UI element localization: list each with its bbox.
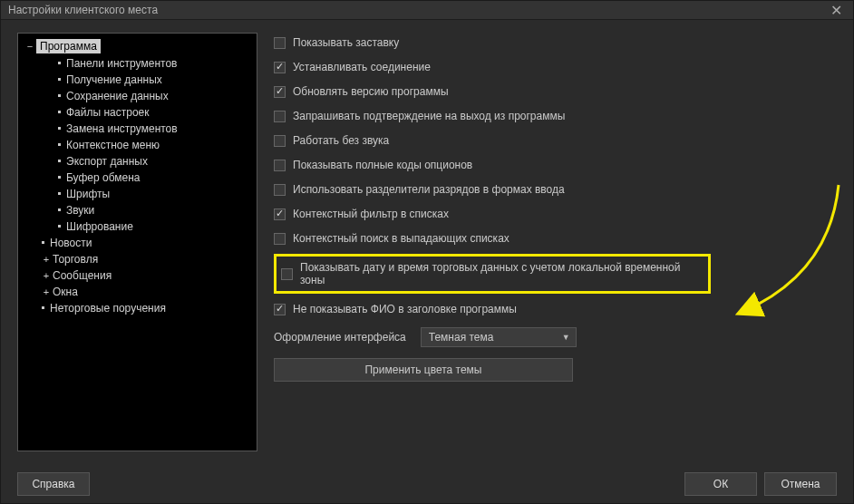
option-label: Обновлять версию программы xyxy=(293,85,449,98)
tree-label: Сохранение данных xyxy=(66,90,169,102)
checkbox[interactable] xyxy=(274,208,286,220)
ok-button[interactable]: ОК xyxy=(684,472,757,496)
checkbox[interactable] xyxy=(274,184,286,196)
button-label: ОК xyxy=(713,478,728,490)
tree-node[interactable]: Контекстное меню xyxy=(20,137,255,153)
bullet-icon xyxy=(58,78,61,81)
bullet-icon xyxy=(58,111,61,113)
apply-theme-button[interactable]: Применить цвета темы xyxy=(274,358,573,382)
settings-dialog: Настройки клиентского места ✕ − Программ… xyxy=(0,0,854,504)
theme-dropdown[interactable]: Темная тема ▼ xyxy=(421,327,577,347)
option-label: Работать без звука xyxy=(293,134,389,147)
button-label: Справка xyxy=(32,478,74,490)
option-row[interactable]: Показывать полные коды опционов xyxy=(274,159,840,171)
checkbox[interactable] xyxy=(274,304,286,315)
help-button[interactable]: Справка xyxy=(17,472,90,496)
tree-label: Шифрование xyxy=(66,220,133,233)
option-label: Контекстный поиск в выпадающих списках xyxy=(293,232,509,245)
tree-node[interactable]: Шрифты xyxy=(20,186,255,202)
checkbox[interactable] xyxy=(274,62,286,73)
plus-icon[interactable]: + xyxy=(42,254,51,265)
tree-label: Шрифты xyxy=(66,188,110,200)
tree-label: Новости xyxy=(50,237,92,249)
checkbox[interactable] xyxy=(274,111,286,122)
tree-node[interactable]: Неторговые поручения xyxy=(20,300,255,316)
option-row[interactable]: Работать без звука xyxy=(274,134,840,147)
theme-label: Оформление интерфейса xyxy=(274,331,406,344)
option-label: Показывать заставку xyxy=(293,36,399,49)
tree-label: Неторговые поручения xyxy=(50,302,166,315)
option-row[interactable]: Устанавливать соединение xyxy=(274,61,840,73)
option-row[interactable]: Обновлять версию программы xyxy=(274,85,840,98)
tree-label: Замена инструментов xyxy=(66,122,178,135)
bullet-icon xyxy=(42,306,44,309)
option-label: Использовать разделители разрядов в форм… xyxy=(293,183,565,196)
tree-node[interactable]: Получение данных xyxy=(20,72,255,88)
bullet-icon xyxy=(58,127,61,130)
option-label: Запрашивать подтверждение на выход из пр… xyxy=(293,110,565,122)
bullet-icon xyxy=(58,208,61,211)
tree-node[interactable]: Новости xyxy=(20,235,255,251)
tree-node[interactable]: Панели инструментов xyxy=(20,55,255,72)
dialog-body: − Программа Панели инструментовПолучение… xyxy=(1,20,853,464)
bullet-icon xyxy=(58,160,61,162)
tree-node[interactable]: +Торговля xyxy=(20,251,255,267)
tree-label: Файлы настроек xyxy=(66,106,150,119)
option-label: Показывать дату и время торговых данных … xyxy=(300,261,701,286)
minus-icon[interactable]: − xyxy=(25,41,34,52)
tree-node[interactable]: Звуки xyxy=(20,202,255,218)
checkbox[interactable] xyxy=(281,268,293,280)
plus-icon[interactable]: + xyxy=(42,286,51,297)
bullet-icon xyxy=(58,176,61,179)
tree-label: Программа xyxy=(36,39,101,53)
tree-label: Контекстное меню xyxy=(66,139,160,151)
tree-label: Экспорт данных xyxy=(66,155,148,168)
option-row[interactable]: Показывать заставку xyxy=(274,36,840,49)
option-row[interactable]: Не показывать ФИО в заголовке программы xyxy=(274,303,840,315)
titlebar: Настройки клиентского места ✕ xyxy=(1,1,853,20)
tree-node[interactable]: Экспорт данных xyxy=(20,153,255,170)
close-icon[interactable]: ✕ xyxy=(827,2,846,19)
cancel-button[interactable]: Отмена xyxy=(764,472,837,496)
option-label: Показывать полные коды опционов xyxy=(293,159,472,171)
tree-node-programma[interactable]: − Программа xyxy=(20,37,255,55)
option-label: Контекстный фильтр в списках xyxy=(293,208,449,220)
tree-node[interactable]: Замена инструментов xyxy=(20,121,255,137)
tree-node[interactable]: Буфер обмена xyxy=(20,170,255,186)
checkbox[interactable] xyxy=(274,37,286,49)
tree-node[interactable]: +Сообщения xyxy=(20,267,255,284)
option-label: Не показывать ФИО в заголовке программы xyxy=(293,303,517,315)
button-label: Отмена xyxy=(781,478,820,490)
tree-node[interactable]: Файлы настроек xyxy=(20,104,255,121)
tree-label: Буфер обмена xyxy=(66,171,141,184)
checkbox[interactable] xyxy=(274,135,286,147)
option-label: Устанавливать соединение xyxy=(293,61,431,73)
option-row[interactable]: Использовать разделители разрядов в форм… xyxy=(274,183,840,196)
bullet-icon xyxy=(58,192,61,195)
settings-tree[interactable]: − Программа Панели инструментовПолучение… xyxy=(17,33,257,451)
option-row[interactable]: Контекстный фильтр в списках xyxy=(274,208,840,220)
checkbox[interactable] xyxy=(274,160,286,171)
tree-label: Получение данных xyxy=(66,73,162,86)
tree-node[interactable]: Сохранение данных xyxy=(20,88,255,104)
option-row[interactable]: Запрашивать подтверждение на выход из пр… xyxy=(274,110,840,122)
checkbox[interactable] xyxy=(274,233,286,245)
option-row[interactable]: Контекстный поиск в выпадающих списках xyxy=(274,232,840,245)
tree-label: Звуки xyxy=(66,204,94,217)
option-highlighted[interactable]: Показывать дату и время торговых данных … xyxy=(274,254,711,294)
tree-node[interactable]: Шифрование xyxy=(20,218,255,235)
tree-label: Сообщения xyxy=(53,269,112,282)
tree-label: Окна xyxy=(53,286,78,298)
dialog-footer: Справка ОК Отмена xyxy=(1,464,853,503)
chevron-down-icon: ▼ xyxy=(562,333,570,342)
tree-node[interactable]: +Окна xyxy=(20,284,255,300)
button-label: Применить цвета темы xyxy=(364,363,481,376)
checkbox[interactable] xyxy=(274,86,286,98)
bullet-icon xyxy=(58,143,61,146)
bullet-icon xyxy=(58,94,61,97)
window-title: Настройки клиентского места xyxy=(8,4,158,16)
dropdown-value: Темная тема xyxy=(429,331,494,344)
theme-row: Оформление интерфейса Темная тема ▼ xyxy=(274,327,840,347)
plus-icon[interactable]: + xyxy=(42,270,51,281)
settings-panel: Показывать заставкуУстанавливать соедине… xyxy=(268,20,853,464)
